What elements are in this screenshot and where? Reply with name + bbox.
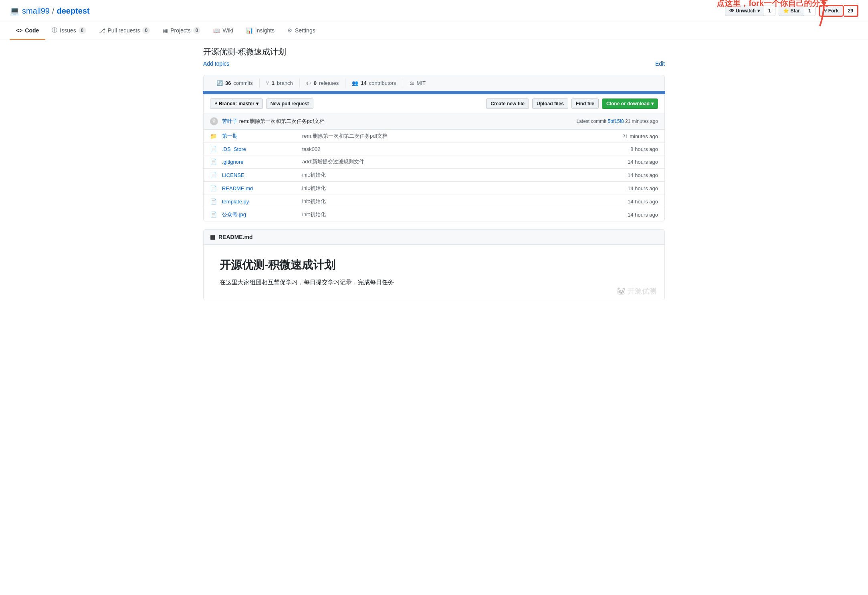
tab-insights[interactable]: 📊 Insights [240,22,281,40]
releases-count: 0 [314,80,317,86]
star-count[interactable]: 1 [804,6,816,16]
commit-message: 苦叶子 rem:删除第一次和第二次任务pdf文档 [222,118,573,125]
separator: / [52,6,55,16]
commit-text: rem:删除第一次和第二次任务pdf文档 [239,118,325,124]
file-time: 8 hours ago [594,146,658,152]
tab-issues[interactable]: ⓘ Issues 0 [45,22,92,40]
tab-code[interactable]: <> Code [10,22,45,40]
readme-icon: ▦ [210,234,215,240]
branches-count: 1 [272,80,275,86]
file-icon: 📄 [210,198,222,205]
file-name-link[interactable]: LICENSE [222,172,302,178]
file-icon: 📄 [210,185,222,191]
file-name-link[interactable]: 第一期 [222,133,302,140]
contributors-count: 14 [361,80,366,86]
file-icon: 📄 [210,159,222,165]
repo-header: 💻 small99 / deeptest 👁 Unwatch ▾ 1 ⭐ Sta… [0,0,868,22]
tab-settings[interactable]: ⚙ Settings [281,22,322,40]
file-commit-msg: add:新增提交过滤规则文件 [302,158,594,165]
branches-label: branch [277,80,293,86]
unwatch-count[interactable]: 1 [764,6,775,16]
unwatch-group: 👁 Unwatch ▾ 1 [725,6,775,16]
edit-link[interactable]: Edit [655,60,665,67]
table-row: 📄 LICENSE init:初始化 14 hours ago [204,169,664,182]
repo-description-text: 开源优测-积微速成计划 [203,46,665,57]
settings-icon: ⚙ [287,27,293,34]
branch-icon: ⑂ [266,80,269,86]
commit-hash-link[interactable]: 5bf15f8 [608,119,624,124]
readme-title: README.md [218,234,253,240]
file-name-link[interactable]: .gitignore [222,159,302,165]
main-content: 开源优测-积微速成计划 Add topics Edit 🔄 36 commits… [194,40,674,307]
file-name-link[interactable]: .DS_Store [222,146,302,152]
tab-pull-requests[interactable]: ⎇ Pull requests 0 [93,22,157,40]
repo-title: 💻 small99 / deeptest [10,6,90,16]
commit-author-link[interactable]: 苦叶子 [222,118,238,124]
repo-name-link[interactable]: deeptest [57,6,89,16]
readme-heading: 开源优测-积微速成计划 [220,257,648,273]
watermark: 🐼 开源优测 [617,286,656,296]
license-stat[interactable]: ⚖ MIT [403,78,432,88]
tag-icon: 🏷 [306,80,311,86]
repo-nav: <> Code ⓘ Issues 0 ⎇ Pull requests 0 ▦ P… [0,22,868,40]
clone-label: Clone or download [606,101,650,107]
readme-section: ▦ README.md 开源优测-积微速成计划 在这里大家组团相互督促学习，每日… [203,229,665,300]
file-commit-msg: task002 [302,146,594,152]
clone-or-download-button[interactable]: Clone or download ▾ [602,98,658,109]
repo-actions: 👁 Unwatch ▾ 1 ⭐ Star 1 ⑂ Fork 29 [725,5,858,17]
pr-badge: 0 [142,27,150,34]
commit-meta: Latest commit 5bf15f8 21 minutes ago [577,119,658,124]
toolbar-left: ⑂ Branch: master ▾ New pull request [210,98,313,109]
file-commit-msg: init:初始化 [302,198,594,205]
repo-owner-link[interactable]: small99 [22,6,50,16]
star-group: ⭐ Star 1 [779,6,816,16]
contributors-label: contributors [369,80,396,86]
file-time: 14 hours ago [594,159,658,165]
tab-projects[interactable]: ▦ Projects 0 [156,22,207,40]
branch-selector[interactable]: ⑂ Branch: master ▾ [210,98,263,109]
table-row: 📄 .DS_Store task002 8 hours ago [204,143,664,155]
branch-name: master [238,101,254,107]
table-row: 📁 第一期 rem:删除第一次和第二次任务pdf文档 21 minutes ag… [204,130,664,143]
fork-button[interactable]: ⑂ Fork [819,5,844,17]
upload-files-button[interactable]: Upload files [532,98,568,109]
contributors-stat[interactable]: 👥 14 contributors [345,78,403,88]
branches-stat[interactable]: ⑂ 1 branch [260,78,300,88]
star-button[interactable]: ⭐ Star [779,6,804,16]
commits-stat[interactable]: 🔄 36 commits [210,78,260,88]
issues-icon: ⓘ [52,27,57,34]
insights-icon: 📊 [246,27,253,34]
issues-badge: 0 [79,27,86,34]
unwatch-chevron-icon: ▾ [757,8,760,14]
readme-body: 开源优测-积微速成计划 在这里大家组团相互督促学习，每日提交学习记录，完成每日任… [204,245,664,300]
releases-stat[interactable]: 🏷 0 releases [300,78,345,88]
code-icon: <> [16,27,22,34]
tab-wiki[interactable]: 📖 Wiki [207,22,239,40]
new-pull-request-button[interactable]: New pull request [266,98,313,109]
fork-count[interactable]: 29 [844,5,858,17]
repo-description: 开源优测-积微速成计划 [203,46,665,57]
readme-header: ▦ README.md [204,230,664,245]
projects-icon: ▦ [163,27,168,34]
pr-icon: ⎇ [99,27,105,34]
file-icon: 📄 [210,172,222,178]
unwatch-button[interactable]: 👁 Unwatch ▾ [725,6,764,16]
latest-commit-label: Latest commit [577,119,607,124]
file-name-link[interactable]: template.py [222,199,302,205]
fork-group: ⑂ Fork 29 [819,5,858,17]
language-bar [203,91,665,94]
file-icon: 📄 [210,211,222,218]
add-topics-link[interactable]: Add topics [203,60,229,67]
commits-label: commits [233,80,252,86]
file-table: 苦 苦叶子 rem:删除第一次和第二次任务pdf文档 Latest commit… [203,113,665,221]
file-name-link[interactable]: README.md [222,185,302,191]
find-file-button[interactable]: Find file [571,98,599,109]
create-new-file-button[interactable]: Create new file [486,98,529,109]
fork-icon: ⑂ [824,8,827,14]
contributors-icon: 👥 [352,80,358,86]
folder-icon: 📁 [210,133,222,139]
table-row: 📄 公众号.jpg init:初始化 14 hours ago [204,208,664,221]
file-name-link[interactable]: 公众号.jpg [222,211,302,218]
file-time: 21 minutes ago [594,133,658,139]
projects-badge: 0 [193,27,201,34]
